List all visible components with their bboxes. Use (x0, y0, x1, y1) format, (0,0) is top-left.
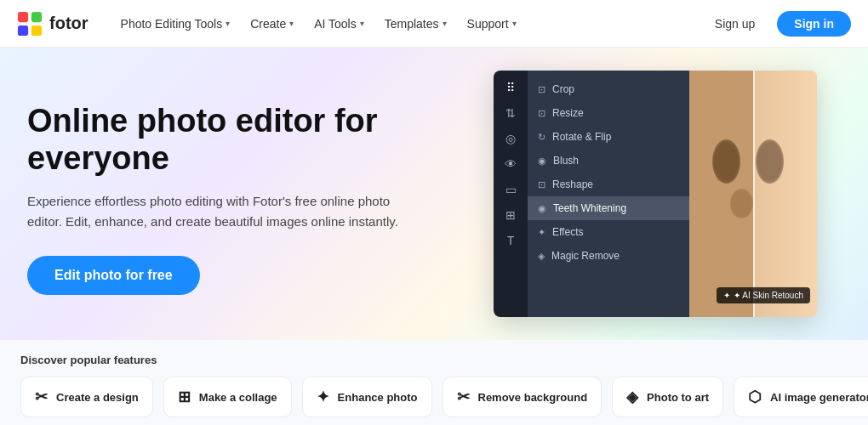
nav-menu: Photo Editing Tools ▾ Create ▾ AI Tools … (112, 12, 701, 36)
group-icon[interactable]: ⊞ (505, 208, 516, 222)
blush-icon: ◉ (538, 156, 546, 167)
menu-item-magic-remove[interactable]: ◈ Magic Remove (528, 244, 689, 268)
feature-photo-to-art[interactable]: ◈ Photo to art (612, 377, 723, 417)
editor-panel: ⠿ ⇅ ◎ 👁 ▭ ⊞ T ⊡ Crop ⊡ (494, 71, 817, 317)
sparkle-icon: ✦ (723, 291, 730, 300)
features-section: Discover popular features ✂ Create a des… (0, 340, 868, 425)
menu-item-crop[interactable]: ⊡ Crop (528, 77, 689, 101)
logo-icon (17, 11, 43, 37)
ai-skin-retouch-badge: ✦ ✦ AI Skin Retouch (717, 287, 810, 303)
feature-enhance-photo[interactable]: ✦ Enhance photo (302, 377, 432, 417)
features-label: Discover popular features (20, 354, 848, 366)
logo[interactable]: fotor (17, 11, 89, 37)
feature-ai-image-generator[interactable]: ⬡ AI image generator (734, 377, 868, 417)
create-design-icon: ✂ (35, 388, 48, 406)
collage-icon: ⊞ (178, 388, 191, 406)
menu-item-resize[interactable]: ⊡ Resize (528, 101, 689, 125)
chevron-down-icon: ▾ (443, 19, 447, 28)
move-tool-icon[interactable]: ⠿ (506, 81, 515, 94)
reshape-icon: ⊡ (538, 179, 545, 190)
rotate-icon: ↻ (538, 132, 545, 143)
chevron-down-icon: ▾ (512, 19, 517, 28)
navbar: fotor Photo Editing Tools ▾ Create ▾ AI … (0, 0, 868, 48)
frame-icon[interactable]: ▭ (505, 183, 517, 196)
brand-name: fotor (49, 14, 89, 33)
editor-canvas: ✦ ✦ AI Skin Retouch (689, 71, 817, 317)
photo-art-icon: ◈ (626, 388, 638, 406)
svg-rect-1 (31, 11, 42, 21)
ai-gen-icon: ⬡ (748, 388, 762, 406)
svg-rect-2 (18, 25, 28, 35)
menu-item-rotate-flip[interactable]: ↻ Rotate & Flip (528, 125, 689, 149)
remove-bg-icon: ✂ (457, 388, 470, 406)
editor-toolbar-icons: ⠿ ⇅ ◎ 👁 ▭ ⊞ T (494, 71, 528, 317)
menu-item-teeth-whitening[interactable]: ◉ Teeth Whitening (528, 196, 689, 220)
hero-description: Experience effortless photo editing with… (27, 191, 402, 232)
magic-icon: ◈ (538, 251, 545, 262)
hero-visual: ⠿ ⇅ ◎ 👁 ▭ ⊞ T ⊡ Crop ⊡ (460, 48, 868, 340)
feature-remove-background[interactable]: ✂ Remove background (443, 377, 602, 417)
hero-section: Online photo editor for everyone Experie… (0, 48, 868, 340)
nav-item-create[interactable]: Create ▾ (242, 12, 302, 36)
menu-item-effects[interactable]: ✦ Effects (528, 220, 689, 244)
crop-icon: ⊡ (538, 84, 545, 95)
text-icon[interactable]: T (507, 234, 515, 247)
svg-rect-0 (18, 11, 28, 21)
adjust-icon[interactable]: ⇅ (505, 106, 516, 120)
chevron-down-icon: ▾ (226, 19, 230, 28)
eye-icon[interactable]: 👁 (505, 157, 517, 171)
editor-menu-list: ⊡ Crop ⊡ Resize ↻ Rotate & Flip ◉ (528, 71, 689, 317)
svg-rect-3 (31, 25, 42, 35)
menu-item-blush[interactable]: ◉ Blush (528, 149, 689, 173)
effects-icon: ✦ (538, 227, 545, 238)
features-row: ✂ Create a design ⊞ Make a collage ✦ Enh… (20, 377, 848, 417)
chevron-down-icon: ▾ (360, 19, 364, 28)
nav-item-support[interactable]: Support ▾ (459, 12, 525, 36)
nav-item-templates[interactable]: Templates ▾ (376, 12, 455, 36)
editor-preview: ⠿ ⇅ ◎ 👁 ▭ ⊞ T ⊡ Crop ⊡ (494, 71, 817, 317)
feature-create-design[interactable]: ✂ Create a design (20, 377, 153, 417)
teeth-icon: ◉ (538, 203, 546, 214)
editor-menu: ⊡ Crop ⊡ Resize ↻ Rotate & Flip ◉ (528, 71, 689, 317)
signin-button[interactable]: Sign in (777, 11, 851, 37)
feature-make-collage[interactable]: ⊞ Make a collage (163, 377, 292, 417)
nav-item-ai-tools[interactable]: AI Tools ▾ (306, 12, 373, 36)
filter-icon[interactable]: ◎ (505, 132, 516, 145)
enhance-icon: ✦ (317, 388, 329, 406)
menu-item-reshape[interactable]: ⊡ Reshape (528, 173, 689, 196)
nav-actions: Sign up Sign in (701, 11, 851, 37)
nav-item-photo-editing[interactable]: Photo Editing Tools ▾ (112, 12, 239, 36)
signup-button[interactable]: Sign up (701, 11, 768, 37)
hero-title: Online photo editor for everyone (27, 103, 432, 177)
face-photo: ✦ ✦ AI Skin Retouch (689, 71, 817, 317)
chevron-down-icon: ▾ (289, 19, 294, 28)
face-split-line (753, 71, 755, 317)
hero-content: Online photo editor for everyone Experie… (0, 48, 460, 340)
resize-icon: ⊡ (538, 108, 545, 119)
edit-photo-cta-button[interactable]: Edit photo for free (27, 256, 200, 295)
